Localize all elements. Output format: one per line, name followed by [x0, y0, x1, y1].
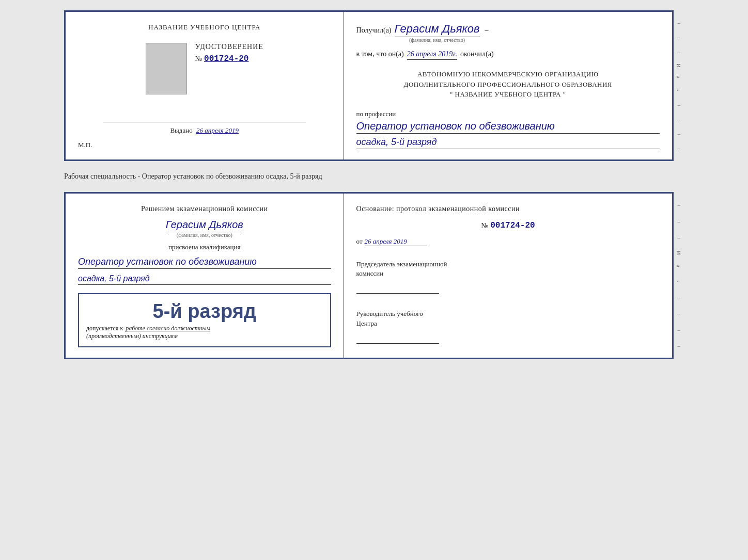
protocol-prefix: № [481, 221, 488, 230]
bottom-name: Герасим Дьяков [166, 219, 243, 232]
profession-line2: осадка, 5-й разряд [356, 137, 660, 149]
decision-title: Решением экзаменационной комиссии [141, 204, 268, 214]
director-label: Руководитель учебного [356, 309, 660, 318]
allowed-suffix: (производственным) инструкциям [86, 332, 323, 340]
top-cert-left: НАЗВАНИЕ УЧЕБНОГО ЦЕНТРА УДОСТОВЕРЕНИЕ №… [66, 12, 344, 159]
cert-id-block: УДОСТОВЕРЕНИЕ № 001724-20 [195, 43, 263, 63]
mp-row: М.П. [78, 140, 331, 149]
bdeco-2: – [677, 218, 680, 225]
org-line3: " НАЗВАНИЕ УЧЕБНОГО ЦЕНТРА " [356, 89, 660, 100]
issued-label: Выдано [170, 126, 192, 134]
chairman-label2: комиссии [356, 269, 660, 278]
deco-dash-2: – [677, 34, 680, 40]
rank-box: 5-й разряд допускается к работе согласно… [78, 293, 331, 347]
deco-dash-6: – [677, 131, 680, 137]
org-block: АВТОНОМНУЮ НЕКОММЕРЧЕСКУЮ ОРГАНИЗАЦИЮ ДО… [356, 69, 660, 100]
deco-char-a: а [676, 76, 682, 78]
recipient-prefix: Получил(а) [356, 26, 392, 35]
qualification-line1: Оператор установок по обезвоживанию [78, 257, 331, 269]
bottom-name-block: Герасим Дьяков (фамилия, имя, отчество) [78, 219, 331, 238]
bdeco-7: – [677, 343, 680, 349]
deco-dash-1: – [677, 20, 680, 26]
cert-title: УДОСТОВЕРЕНИЕ [195, 43, 263, 51]
bdeco-1: – [677, 202, 680, 208]
issued-block: Выдано 26 апреля 2019 [78, 114, 331, 135]
date-prefix: в том, что он(а) [356, 50, 404, 58]
allowed-text: работе согласно должностным [126, 325, 210, 332]
deco-dash-5: – [677, 116, 680, 122]
protocol-row: № 001724-20 [356, 221, 660, 230]
bdeco-3: – [677, 234, 680, 241]
bottom-cert-left: Решением экзаменационной комиссии Гераси… [66, 194, 344, 358]
deco-char-i: И [676, 63, 682, 68]
mp-label: М.П. [78, 141, 92, 149]
recipient-row: Получил(а) Герасим Дьяков (фамилия, имя,… [356, 22, 660, 43]
deco-dash-3: – [677, 49, 680, 55]
profession-label: по профессии [356, 110, 660, 118]
org-line2: ДОПОЛНИТЕЛЬНОГО ПРОФЕССИОНАЛЬНОГО ОБРАЗО… [356, 79, 660, 90]
chairman-label: Председатель экзаменационной [356, 260, 660, 269]
bottom-name-sub: (фамилия, имя, отчество) [177, 232, 232, 238]
protocol-date-row: от 26 апреля 2019 [356, 237, 660, 246]
top-cert-wrapper: НАЗВАНИЕ УЧЕБНОГО ЦЕНТРА УДОСТОВЕРЕНИЕ №… [64, 10, 684, 161]
director-signature-line [356, 331, 439, 344]
director-block: Руководитель учебного Центра [356, 309, 660, 343]
allowed-row: допускается к работе согласно должностны… [86, 325, 323, 332]
basis-title: Основание: протокол экзаменационной коми… [356, 204, 660, 214]
profession-line1: Оператор установок по обезвоживанию [356, 120, 660, 134]
bottom-cert-card: Решением экзаменационной комиссии Гераси… [64, 192, 674, 360]
dash-sep: – [485, 26, 489, 35]
recipient-name-block: Герасим Дьяков (фамилия, имя, отчество) [395, 22, 480, 43]
date-value: 26 апреля 2019г. [407, 50, 457, 60]
deco-dash-7: – [677, 145, 680, 151]
date-row: в том, что он(а) 26 апреля 2019г. окончи… [356, 50, 660, 60]
bottom-cert-right: Основание: протокол экзаменационной коми… [344, 194, 672, 358]
protocol-number: 001724-20 [490, 221, 535, 230]
date-suffix: окончил(а) [460, 50, 494, 58]
issued-date: 26 апреля 2019 [196, 126, 239, 134]
qualification-line2: осадка, 5-й разряд [78, 274, 331, 285]
allowed-prefix: допускается к [86, 325, 123, 332]
recipient-sub: (фамилия, имя, отчество) [409, 37, 465, 43]
cert-middle-row: УДОСТОВЕРЕНИЕ № 001724-20 [146, 43, 263, 94]
school-name-top: НАЗВАНИЕ УЧЕБНОГО ЦЕНТРА [148, 22, 260, 33]
chairman-signature-line [356, 281, 439, 294]
bdeco-a: а [676, 265, 682, 267]
protocol-date-prefix: от [356, 237, 363, 246]
org-line1: АВТОНОМНУЮ НЕКОММЕРЧЕСКУЮ ОРГАНИЗАЦИЮ [356, 69, 660, 79]
protocol-date-value: 26 апреля 2019 [365, 237, 427, 246]
cert-number-row: № 001724-20 [195, 54, 263, 63]
bdeco-arrow: ← [676, 278, 682, 284]
deco-arrow: ← [676, 87, 682, 93]
director-label2: Центра [356, 319, 660, 328]
right-deco-top: – – – И а ← – – – – [674, 10, 684, 161]
profession-block: по профессии Оператор установок по обезв… [356, 110, 660, 149]
bdeco-i: И [676, 251, 682, 255]
chairman-block: Председатель экзаменационной комиссии [356, 260, 660, 294]
top-cert-card: НАЗВАНИЕ УЧЕБНОГО ЦЕНТРА УДОСТОВЕРЕНИЕ №… [64, 10, 674, 161]
separator-label: Рабочая специальность - Оператор установ… [64, 170, 684, 183]
bottom-cert-wrapper: Решением экзаменационной комиссии Гераси… [64, 192, 684, 360]
bdeco-6: – [677, 327, 680, 333]
right-deco-bottom: – – – И а ← – – – – [674, 192, 684, 360]
bdeco-4: – [677, 294, 680, 300]
cert-number: 001724-20 [204, 54, 248, 63]
top-cert-right: Получил(а) Герасим Дьяков (фамилия, имя,… [344, 12, 672, 159]
photo-placeholder [146, 43, 187, 94]
page-wrapper: НАЗВАНИЕ УЧЕБНОГО ЦЕНТРА УДОСТОВЕРЕНИЕ №… [64, 10, 684, 359]
bdeco-5: – [677, 310, 680, 316]
assigned-label: присвоена квалификация [168, 243, 240, 251]
rank-display: 5-й разряд [86, 300, 323, 323]
issued-row: Выдано 26 апреля 2019 [78, 126, 331, 135]
recipient-name: Герасим Дьяков [395, 22, 480, 37]
cert-number-prefix: № [195, 55, 202, 63]
deco-dash-4: – [677, 102, 680, 108]
